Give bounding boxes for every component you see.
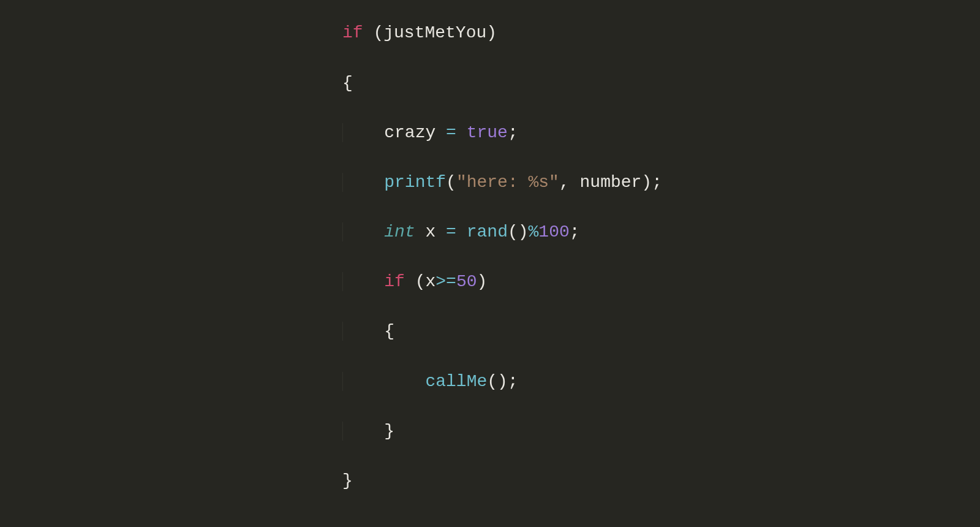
brace-close: } <box>342 471 353 490</box>
mod-operator: % <box>529 222 539 241</box>
brace-close: } <box>384 422 394 441</box>
code-line-3: crazy = true; <box>342 121 662 146</box>
indent <box>342 173 384 192</box>
code-snippet: if (justMetYou) { crazy = true; printf("… <box>342 0 662 518</box>
function-rand: rand <box>467 222 508 241</box>
keyword-if: if <box>342 23 363 42</box>
condition-close: ) <box>477 272 488 291</box>
code-line-2: { <box>342 71 662 96</box>
semicolon: ; <box>508 123 518 142</box>
function-printf: printf <box>384 173 446 192</box>
condition-text: (justMetYou) <box>363 23 497 42</box>
number-50: 50 <box>456 272 477 291</box>
variable-x: x <box>415 222 446 241</box>
code-line-1: if (justMetYou) <box>342 21 662 46</box>
indent <box>342 372 425 391</box>
paren-open: ( <box>446 173 456 192</box>
indent <box>342 123 384 142</box>
parens: () <box>508 222 529 241</box>
assign-operator: = <box>446 222 456 241</box>
condition-open: (x <box>405 272 435 291</box>
assign-operator: = <box>446 123 456 142</box>
string-literal: "here: %s" <box>456 173 559 192</box>
gte-operator: >= <box>435 272 456 291</box>
keyword-if: if <box>384 272 405 291</box>
args-rest: , number); <box>559 173 662 192</box>
brace-open: { <box>384 322 394 341</box>
semicolon: ; <box>570 222 580 241</box>
code-line-9: } <box>342 419 662 444</box>
indent <box>342 422 384 441</box>
call-rest: (); <box>487 372 518 391</box>
type-int: int <box>384 222 415 241</box>
code-line-6: if (x>=50) <box>342 270 662 295</box>
indent <box>342 222 384 241</box>
code-line-10: } <box>342 469 662 494</box>
code-line-5: int x = rand()%100; <box>342 220 662 245</box>
number-100: 100 <box>538 222 569 241</box>
brace-open: { <box>342 74 353 93</box>
indent <box>342 322 384 341</box>
variable-name: crazy <box>384 123 446 142</box>
function-callme: callMe <box>425 372 487 391</box>
code-line-8: callMe(); <box>342 370 662 395</box>
indent <box>342 272 384 291</box>
code-line-4: printf("here: %s", number); <box>342 170 662 195</box>
boolean-true: true <box>467 123 508 142</box>
code-line-7: { <box>342 319 662 344</box>
